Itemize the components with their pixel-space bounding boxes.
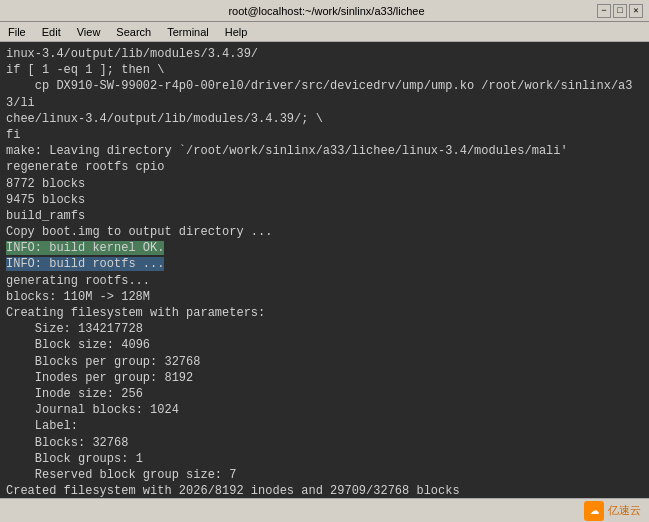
menu-item-help[interactable]: Help bbox=[221, 25, 252, 39]
menu-item-terminal[interactable]: Terminal bbox=[163, 25, 213, 39]
terminal-body[interactable]: inux-3.4/output/lib/modules/3.4.39/ if [… bbox=[0, 42, 649, 498]
menu-item-view[interactable]: View bbox=[73, 25, 105, 39]
menu-bar: FileEditViewSearchTerminalHelp bbox=[0, 22, 649, 42]
minimize-button[interactable]: − bbox=[597, 4, 611, 18]
menu-item-edit[interactable]: Edit bbox=[38, 25, 65, 39]
title-bar: root@localhost:~/work/sinlinx/a33/lichee… bbox=[0, 0, 649, 22]
status-bar: ☁ 亿速云 bbox=[0, 498, 649, 522]
menu-item-search[interactable]: Search bbox=[112, 25, 155, 39]
watermark: ☁ 亿速云 bbox=[584, 501, 641, 521]
terminal-output: inux-3.4/output/lib/modules/3.4.39/ if [… bbox=[6, 46, 643, 498]
terminal-line: INFO: build rootfs ... bbox=[6, 257, 164, 271]
watermark-icon: ☁ bbox=[584, 501, 604, 521]
title-bar-controls: − □ ✕ bbox=[597, 4, 643, 18]
menu-item-file[interactable]: File bbox=[4, 25, 30, 39]
watermark-text: 亿速云 bbox=[608, 503, 641, 518]
terminal-line: INFO: build kernel OK. bbox=[6, 241, 164, 255]
close-button[interactable]: ✕ bbox=[629, 4, 643, 18]
maximize-button[interactable]: □ bbox=[613, 4, 627, 18]
title-bar-title: root@localhost:~/work/sinlinx/a33/lichee bbox=[56, 5, 597, 17]
